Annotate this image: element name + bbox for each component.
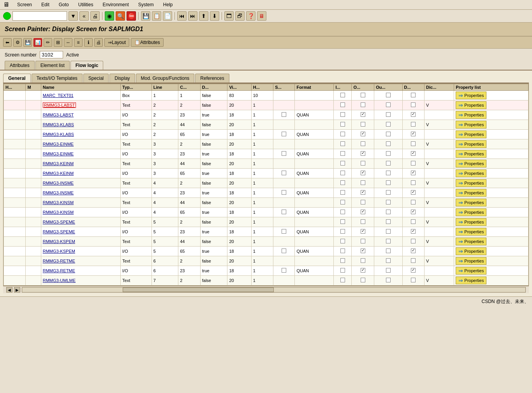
element-name-link[interactable]: RMMG3-SPEME (43, 220, 75, 224)
pencil-btn[interactable]: ✏ (44, 38, 52, 47)
find2-btn[interactable]: 🔍 (116, 11, 125, 21)
properties-button[interactable]: ⇒Properties (456, 238, 486, 245)
check-btn[interactable]: ⚙ (13, 38, 22, 47)
properties-button[interactable]: ⇒Properties (456, 208, 486, 216)
back-btn2[interactable]: ⬅ (3, 38, 12, 47)
nav2-btn[interactable]: ⏭ (188, 11, 197, 21)
properties-button[interactable]: ⇒Properties (456, 150, 486, 158)
menu-environment[interactable]: Environment (101, 1, 130, 8)
properties-button[interactable]: ⇒Properties (456, 179, 486, 187)
properties-button[interactable]: ⇒Properties (456, 140, 486, 148)
scroll-track[interactable] (22, 287, 526, 293)
properties-button[interactable]: ⇒Properties (456, 189, 486, 197)
table-row[interactable]: RMMG3-SPEMEI/O523true181QUAN⇒Properties (4, 227, 528, 237)
tab-display[interactable]: Display (109, 74, 135, 83)
table-row[interactable]: RMMG3-KLABSText244false201V⇒Properties (4, 120, 528, 130)
tab-texts[interactable]: Texts/I/O Templates (32, 74, 83, 83)
win1-btn[interactable]: 🗖 (224, 11, 234, 21)
properties-button[interactable]: ⇒Properties (456, 160, 486, 167)
properties-button[interactable]: ⇒Properties (456, 169, 486, 177)
col-h2[interactable]: H... (251, 84, 273, 91)
nav1-btn[interactable]: ⏮ (177, 11, 187, 21)
property-cell[interactable]: ⇒Properties (454, 178, 528, 188)
table-row[interactable]: RMMG3-KSPEMText544false201V⇒Properties (4, 237, 528, 247)
table-row[interactable]: RMMG3-KEINMText344false201V⇒Properties (4, 159, 528, 169)
copy-btn[interactable]: 📋 (152, 11, 161, 21)
property-cell[interactable]: ⇒Properties (454, 276, 528, 285)
attributes-btn[interactable]: 📋 Attributes (131, 38, 164, 47)
col-type[interactable]: Typ... (121, 84, 152, 91)
menu-help[interactable]: Help (162, 1, 174, 8)
property-cell[interactable]: ⇒Properties (454, 208, 528, 217)
properties-button[interactable]: ⇒Properties (456, 267, 486, 275)
properties-button[interactable]: ⇒Properties (456, 247, 486, 255)
element-btn[interactable]: 📊 (33, 38, 42, 47)
table-btn[interactable]: ⊞ (54, 38, 62, 47)
property-cell[interactable]: ⇒Properties (454, 120, 528, 130)
col-dic[interactable]: Dic... (424, 84, 454, 91)
property-cell[interactable]: ⇒Properties (454, 227, 528, 237)
find3-btn[interactable]: ⛔ (127, 11, 136, 21)
property-cell[interactable]: ⇒Properties (454, 100, 528, 110)
col-o[interactable]: O... (352, 84, 374, 91)
table-row[interactable]: RMMG3-SPEMEText52false201V⇒Properties (4, 217, 528, 227)
command-field[interactable] (12, 11, 67, 21)
info-btn[interactable]: ℹ (84, 38, 93, 47)
menu-system[interactable]: System (137, 1, 155, 8)
flow-btn[interactable]: ↔ (64, 38, 72, 47)
tab-general[interactable]: General (3, 74, 31, 83)
table-row[interactable]: RMMG3-EINMEI/O323true181QUAN⇒Properties (4, 149, 528, 159)
table-row[interactable]: RMMG3-KINSMI/O465true181QUAN⇒Properties (4, 208, 528, 217)
element-name-link[interactable]: RMMG3-KLABS (43, 132, 74, 137)
nav3-btn[interactable]: ⬆ (199, 11, 208, 21)
help-btn[interactable]: ❓ (246, 11, 255, 21)
win2-btn[interactable]: 🗗 (235, 11, 245, 21)
properties-button[interactable]: ⇒Properties (456, 228, 486, 236)
element-name-link[interactable]: RMMG3-EINME (43, 152, 74, 156)
table-row[interactable]: RMMG3-LABSTI/O223true181QUAN⇒Properties (4, 110, 528, 120)
paste-btn[interactable]: 📄 (163, 11, 172, 21)
properties-button[interactable]: ⇒Properties (456, 199, 486, 206)
element-name-link[interactable]: RMMG3-KINSM (43, 210, 74, 215)
element-name-link[interactable]: RMMG3-KEINM (43, 161, 74, 166)
print-btn2[interactable]: 🖨 (94, 38, 103, 47)
properties-button[interactable]: ⇒Properties (456, 101, 486, 109)
save-btn[interactable]: 💾 (141, 11, 150, 21)
property-cell[interactable]: ⇒Properties (454, 256, 528, 266)
property-cell[interactable]: ⇒Properties (454, 110, 528, 120)
property-cell[interactable]: ⇒Properties (454, 266, 528, 276)
property-cell[interactable]: ⇒Properties (454, 169, 528, 178)
property-cell[interactable]: ⇒Properties (454, 130, 528, 139)
properties-button[interactable]: ⇒Properties (456, 92, 486, 99)
col-ou[interactable]: Ou... (374, 84, 402, 91)
tab-special[interactable]: Special (83, 74, 109, 83)
col-proplist[interactable]: Property list (454, 84, 528, 91)
properties-button[interactable]: ⇒Properties (456, 218, 486, 226)
properties-button[interactable]: ⇒Properties (456, 257, 486, 265)
element-name-link[interactable]: RMMG3-SPEME (43, 229, 75, 234)
table-row[interactable]: RMMG3-INSMEText42false201V⇒Properties (4, 178, 528, 188)
table-row[interactable]: RMMG3-KSPEMI/O565true181QUAN⇒Properties (4, 247, 528, 256)
table-row[interactable]: RMMG3-RETMEText62false201V⇒Properties (4, 256, 528, 266)
tab-attributes[interactable]: Attributes (5, 61, 35, 70)
element-name-link[interactable]: RMMG3-KINSM (43, 200, 74, 205)
element-name-link[interactable]: RMMG3-EINME (43, 142, 74, 146)
col-c[interactable]: C... (178, 84, 200, 91)
table-row[interactable]: RMMG3-KEINMI/O365true181QUAN⇒Properties (4, 169, 528, 178)
property-cell[interactable]: ⇒Properties (454, 247, 528, 256)
print-btn[interactable]: 🖨 (90, 11, 100, 21)
monitor-btn[interactable]: 🖥 (257, 11, 266, 21)
table-row[interactable]: MARC_TEXT01Box11false8310⇒Properties (4, 91, 528, 100)
tab-flow-logic[interactable]: Flow logic (70, 61, 104, 70)
property-cell[interactable]: ⇒Properties (454, 159, 528, 169)
property-cell[interactable]: ⇒Properties (454, 188, 528, 198)
col-s[interactable]: S... (273, 84, 295, 91)
nav4-btn[interactable]: ⬇ (210, 11, 219, 21)
element-name-link[interactable]: RMMG3-LABST (43, 113, 74, 117)
col-vi[interactable]: Vi... (227, 84, 251, 91)
table-row[interactable]: RMMG3-LABSTText22false201V⇒Properties (4, 100, 528, 110)
element-name-link[interactable]: RMMG3-INSME (43, 190, 74, 195)
element-name-link[interactable]: RMMG3-RETME (43, 259, 75, 263)
scroll-thumb[interactable] (123, 287, 274, 292)
element-name-link[interactable]: RMMG3-KEINM (43, 171, 74, 176)
